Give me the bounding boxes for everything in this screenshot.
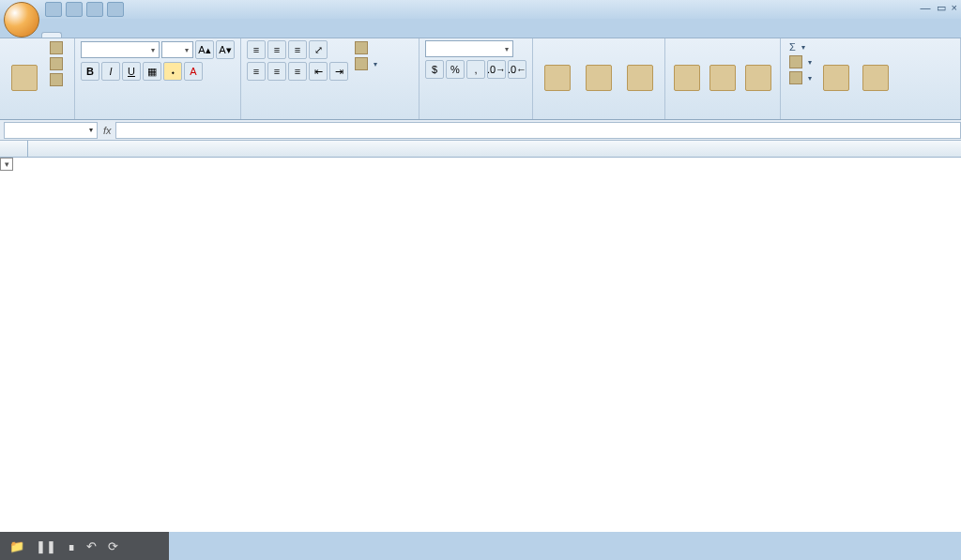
group-cells (665, 38, 781, 119)
merge-center-button[interactable]: ▾ (352, 56, 380, 71)
tab-insert[interactable] (62, 32, 83, 38)
ribbon-tabs (0, 19, 961, 38)
increase-decimal-button[interactable]: .0→ (487, 60, 506, 79)
group-editing: Σ▾ ▾ ▾ (781, 38, 961, 119)
align-center-button[interactable]: ≡ (267, 62, 286, 81)
align-left-button[interactable]: ≡ (247, 62, 266, 81)
align-middle-button[interactable]: ≡ (267, 40, 286, 59)
fx-icon[interactable]: fx (103, 125, 112, 136)
name-box[interactable]: ▾ (4, 122, 98, 139)
sort-filter-button[interactable] (818, 40, 854, 116)
currency-button[interactable]: $ (425, 60, 444, 79)
align-right-button[interactable]: ≡ (288, 62, 307, 81)
paste-icon (11, 65, 38, 91)
copy-button[interactable] (47, 56, 69, 71)
font-size-combo[interactable]: ▾ (161, 41, 193, 58)
bold-button[interactable]: B (81, 62, 99, 81)
conditional-formatting-button[interactable] (539, 40, 576, 116)
column-headers (0, 141, 961, 158)
clear-button[interactable]: ▾ (786, 70, 815, 85)
tab-page-layout[interactable] (83, 32, 103, 38)
sigma-icon: Σ (789, 41, 796, 53)
media-controls-overlay: 📁 ❚❚ ∎ ↶ ⟳ (0, 532, 169, 560)
font-name-combo[interactable]: ▾ (81, 41, 160, 58)
copy-icon (50, 57, 63, 70)
find-icon (862, 65, 889, 91)
brush-icon (50, 73, 63, 86)
insert-icon (674, 65, 700, 91)
scissors-icon (50, 41, 63, 54)
find-select-button[interactable] (858, 40, 893, 116)
media-loop-icon[interactable]: ⟳ (108, 539, 118, 553)
format-cells-button[interactable] (742, 40, 774, 116)
sort-icon (823, 65, 849, 91)
fill-color-button[interactable]: ⬩ (163, 62, 182, 81)
merge-icon (355, 57, 368, 70)
decrease-indent-button[interactable]: ⇤ (309, 62, 328, 81)
delete-cells-button[interactable] (707, 40, 739, 116)
smart-tag-icon[interactable]: ▾ (0, 158, 13, 171)
align-bottom-button[interactable]: ≡ (288, 40, 307, 59)
insert-cells-button[interactable] (671, 40, 703, 116)
formula-input[interactable] (115, 122, 961, 139)
qat-save-icon[interactable] (45, 2, 62, 17)
comma-button[interactable]: , (466, 60, 485, 79)
format-as-table-button[interactable] (580, 40, 618, 116)
media-back-icon[interactable]: ↶ (86, 539, 97, 553)
group-alignment: ≡ ≡ ≡ ⤢ ≡ ≡ ≡ ⇤ ⇥ ▾ (241, 38, 419, 119)
qat-redo-icon[interactable] (86, 2, 103, 17)
quick-access-toolbar (45, 2, 124, 17)
tab-data[interactable] (124, 32, 145, 38)
delete-icon (709, 65, 736, 91)
minimize-button[interactable]: — (921, 2, 931, 14)
wrap-icon (355, 41, 368, 54)
increase-indent-button[interactable]: ⇥ (329, 62, 348, 81)
border-button[interactable]: ▦ (143, 62, 161, 81)
eraser-icon (789, 71, 802, 84)
orientation-button[interactable]: ⤢ (309, 40, 328, 59)
paste-button[interactable] (6, 40, 43, 116)
media-pause-icon[interactable]: ❚❚ (36, 539, 56, 553)
fill-icon (789, 55, 802, 68)
restore-button[interactable]: ▭ (937, 2, 946, 14)
group-font: ▾ ▾ A▴ A▾ B I U ▦ ⬩ A (75, 38, 241, 119)
tab-formulas[interactable] (103, 32, 124, 38)
group-styles (533, 38, 665, 119)
format-painter-button[interactable] (47, 72, 69, 87)
media-folder-icon[interactable]: 📁 (9, 539, 24, 553)
titlebar: — ▭ × (0, 0, 961, 19)
autosum-button[interactable]: Σ▾ (786, 40, 815, 53)
table-icon (586, 65, 612, 91)
spreadsheet-grid: ▾ (0, 141, 961, 532)
underline-button[interactable]: U (122, 62, 141, 81)
qat-more-icon[interactable] (107, 2, 124, 17)
select-all-corner[interactable] (0, 141, 28, 157)
formula-bar: ▾ fx (0, 120, 961, 141)
ribbon: ▾ ▾ A▴ A▾ B I U ▦ ⬩ A ≡ ≡ ≡ (0, 38, 961, 120)
media-stop-icon[interactable]: ∎ (68, 539, 75, 553)
tab-review[interactable] (145, 32, 165, 38)
cell-styles-icon (627, 65, 653, 91)
format-icon (745, 65, 771, 91)
number-format-combo[interactable]: ▾ (425, 40, 513, 57)
group-number: ▾ $ % , .0→ .0← (419, 38, 533, 119)
wrap-text-button[interactable] (352, 40, 380, 55)
tab-view[interactable] (165, 32, 186, 38)
percent-button[interactable]: % (446, 60, 465, 79)
grow-font-button[interactable]: A▴ (195, 40, 214, 59)
cond-fmt-icon (544, 65, 571, 91)
fill-button[interactable]: ▾ (786, 54, 815, 69)
qat-undo-icon[interactable] (66, 2, 83, 17)
office-button[interactable] (4, 2, 39, 38)
font-color-button[interactable]: A (184, 62, 203, 81)
align-top-button[interactable]: ≡ (247, 40, 266, 59)
tab-home[interactable] (41, 32, 62, 38)
cut-button[interactable] (47, 40, 69, 55)
group-clipboard (0, 38, 75, 119)
decrease-decimal-button[interactable]: .0← (508, 60, 526, 79)
shrink-font-button[interactable]: A▾ (216, 40, 235, 59)
cell-styles-button[interactable] (621, 40, 659, 116)
italic-button[interactable]: I (101, 62, 120, 81)
close-button[interactable]: × (952, 2, 957, 14)
